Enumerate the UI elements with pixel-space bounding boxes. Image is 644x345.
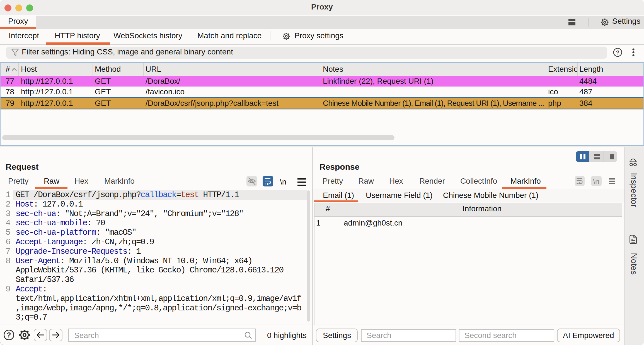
- svg-text:?: ?: [7, 331, 11, 339]
- svg-text:?: ?: [616, 49, 619, 56]
